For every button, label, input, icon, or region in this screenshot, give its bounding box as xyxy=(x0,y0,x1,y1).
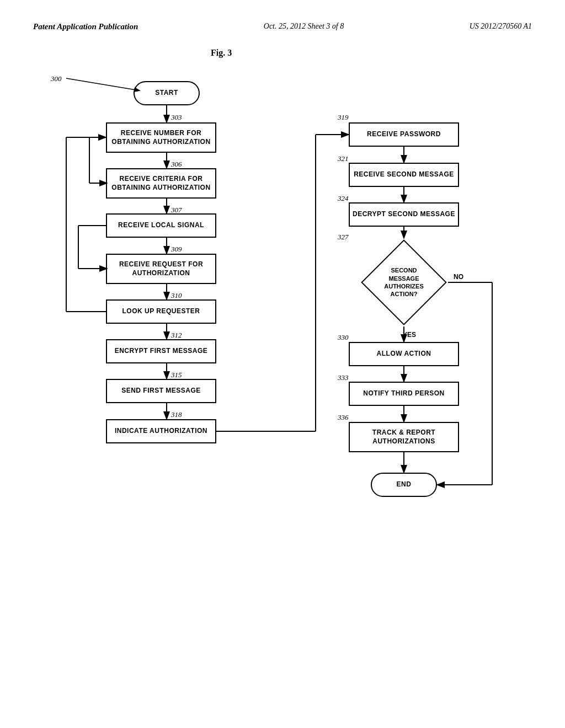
diagram-area: Fig. 3 300 START 303 RECEIVE NUMBER FOR … xyxy=(45,42,520,677)
node-306: RECEIVE CRITERIA FOR OBTAINING AUTHORIZA… xyxy=(106,168,216,199)
page-header: Patent Application Publication Oct. 25, … xyxy=(33,22,532,31)
ref-318: 318 xyxy=(171,410,182,419)
ref-303: 303 xyxy=(171,113,182,122)
ref-333: 333 xyxy=(338,373,349,382)
node-321: RECEIVE SECOND MESSAGE xyxy=(349,163,459,187)
header-center: Oct. 25, 2012 Sheet 3 of 8 xyxy=(264,22,344,31)
ref-315: 315 xyxy=(171,371,182,379)
node-312: ENCRYPT FIRST MESSAGE xyxy=(106,339,216,363)
node-330: ALLOW ACTION xyxy=(349,342,459,366)
ref-336: 336 xyxy=(338,413,349,422)
node-318: INDICATE AUTHORIZATION xyxy=(106,419,216,443)
ref-306: 306 xyxy=(171,160,182,169)
no-label: NO xyxy=(454,273,463,281)
node-324: DECRYPT SECOND MESSAGE xyxy=(349,202,459,227)
node-336: TRACK & REPORT AUTHORIZATIONS xyxy=(349,422,459,452)
ref-312: 312 xyxy=(171,331,182,340)
ref-321: 321 xyxy=(338,154,349,163)
node-327: SECOND MESSAGE AUTHORIZES ACTION? xyxy=(360,238,448,326)
page: Patent Application Publication Oct. 25, … xyxy=(0,0,565,728)
node-315: SEND FIRST MESSAGE xyxy=(106,379,216,403)
node-309: RECEIVE REQUEST FOR AUTHORIZATION xyxy=(106,254,216,284)
ref-330: 330 xyxy=(338,333,349,342)
node-333: NOTIFY THIRD PERSON xyxy=(349,382,459,406)
ref-309: 309 xyxy=(171,245,182,254)
figure-label: Fig. 3 xyxy=(211,48,232,58)
node-319: RECEIVE PASSWORD xyxy=(349,122,459,147)
header-left: Patent Application Publication xyxy=(33,22,138,31)
start-node: START xyxy=(134,81,200,105)
end-node: END xyxy=(371,473,437,497)
ref-319: 319 xyxy=(338,113,349,122)
ref-310: 310 xyxy=(171,291,182,300)
node-307: RECEIVE LOCAL SIGNAL xyxy=(106,213,216,238)
node-310: LOOK UP REQUESTER xyxy=(106,299,216,324)
ref-324: 324 xyxy=(338,194,349,203)
yes-label: YES xyxy=(403,331,416,339)
header-right: US 2012/270560 A1 xyxy=(470,22,532,31)
diagram-ref: 300 xyxy=(51,74,62,83)
ref-327: 327 xyxy=(338,233,349,242)
svg-line-1 xyxy=(66,78,139,90)
node-303: RECEIVE NUMBER FOR OBTAINING AUTHORIZATI… xyxy=(106,122,216,153)
